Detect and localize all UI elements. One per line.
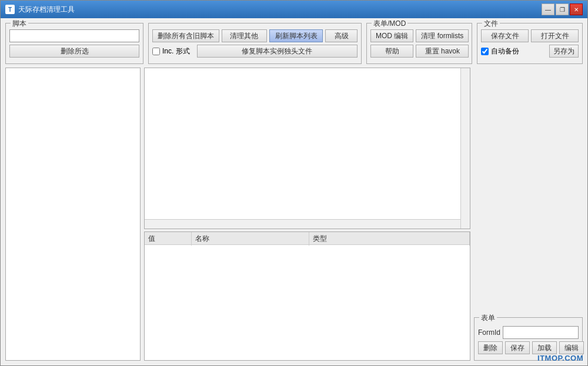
bottom-form-label: 表单	[479, 313, 497, 323]
table-col-value: 值	[145, 232, 192, 246]
main-window: T 天际存档清理工具 — ❐ ✕ 脚本 删除所选	[0, 0, 588, 366]
open-file-button[interactable]: 打开文件	[531, 29, 579, 42]
delete-all-button[interactable]: 删除所有含旧脚本	[152, 29, 219, 42]
main-area: 值 名称 类型 表单 FormId 删除 保存	[5, 68, 583, 361]
restore-button[interactable]: ❐	[556, 4, 569, 15]
table-col-name: 名称	[192, 232, 309, 246]
title-bar-left: T 天际存档清理工具	[5, 5, 75, 15]
auto-backup-checkbox[interactable]	[481, 48, 489, 55]
table-col-type: 类型	[309, 232, 470, 246]
help-button[interactable]: 帮助	[370, 45, 413, 58]
load-form-button[interactable]: 加载	[532, 341, 557, 354]
reset-havok-button[interactable]: 重置 havok	[416, 45, 469, 58]
formid-input[interactable]	[503, 326, 579, 339]
app-icon: T	[5, 5, 15, 14]
close-button[interactable]: ✕	[570, 4, 583, 15]
fix-button[interactable]: 修复脚本实例独头文件	[197, 45, 358, 58]
script-text-area[interactable]	[144, 68, 470, 229]
inc-checkbox-label: Inc. 形式	[162, 46, 190, 56]
top-bar: 脚本 删除所选 删除所有含旧脚本 清理其他 刷新脚本列表 高级	[5, 23, 583, 64]
middle-buttons-group: 删除所有含旧脚本 清理其他 刷新脚本列表 高级 Inc. 形式 修复脚本实例独头…	[148, 23, 362, 64]
clear-formlists-button[interactable]: 清理 formlists	[416, 29, 469, 42]
file-group: 文件 保存文件 打开文件 自动备份 另存为	[477, 23, 583, 64]
script-list-panel[interactable]	[5, 68, 141, 361]
save-file-button[interactable]: 保存文件	[481, 29, 529, 42]
right-top-area	[474, 68, 583, 314]
inc-checkbox[interactable]	[152, 48, 160, 55]
title-bar-controls: — ❐ ✕	[542, 4, 583, 15]
save-as-button[interactable]: 另存为	[549, 45, 579, 58]
watermark: ITMOP.COM	[537, 354, 583, 362]
formid-label: FormId	[478, 328, 500, 337]
center-panel: 值 名称 类型	[144, 68, 470, 361]
file-group-label: 文件	[482, 19, 500, 29]
content-area: 脚本 删除所选 删除所有含旧脚本 清理其他 刷新脚本列表 高级	[1, 18, 587, 365]
clear-other-button[interactable]: 清理其他	[222, 29, 267, 42]
vertical-scrollbar[interactable]	[460, 68, 470, 229]
table-mod-group-label: 表单/MOD	[372, 19, 407, 29]
table-mod-group: 表单/MOD MOD 编辑 清理 formlists 帮助 重置 havok	[366, 23, 472, 64]
value-table: 值 名称 类型	[144, 231, 470, 361]
delete-form-button[interactable]: 删除	[478, 341, 503, 354]
refresh-button[interactable]: 刷新脚本列表	[269, 29, 323, 42]
edit-form-button[interactable]: 编辑	[559, 341, 584, 354]
right-panel: 表单 FormId 删除 保存 加载 编辑	[474, 68, 583, 361]
mod-edit-button[interactable]: MOD 编辑	[370, 29, 413, 42]
script-group-label: 脚本	[11, 19, 28, 29]
save-form-button[interactable]: 保存	[505, 341, 530, 354]
script-input[interactable]	[9, 29, 139, 42]
auto-backup-label: 自动备份	[491, 46, 519, 56]
delete-selected-button[interactable]: 删除所选	[9, 45, 139, 58]
table-header-row: 值 名称 类型	[145, 232, 470, 245]
horizontal-scrollbar[interactable]	[145, 219, 460, 229]
minimize-button[interactable]: —	[542, 4, 554, 15]
script-group: 脚本 删除所选	[5, 23, 143, 64]
window-title: 天际存档清理工具	[18, 5, 75, 15]
advanced-button[interactable]: 高级	[325, 29, 358, 42]
title-bar: T 天际存档清理工具 — ❐ ✕	[1, 1, 587, 18]
